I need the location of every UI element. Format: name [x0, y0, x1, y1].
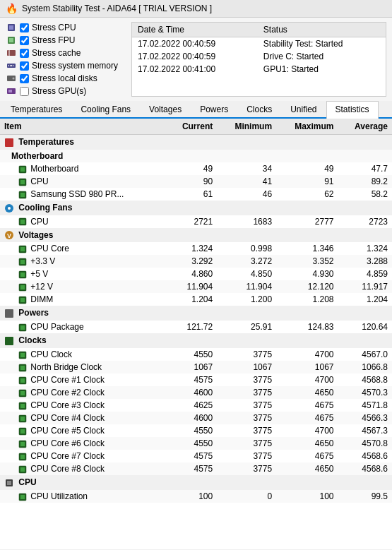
tabs-bar: TemperaturesCooling FansVoltagesPowersCl… [0, 101, 392, 119]
checkbox-label-stressMem: Stress system memory [32, 61, 118, 71]
table-row: CPU 2721 1683 2777 2723 [0, 215, 392, 228]
tab-coolingFans[interactable]: Cooling Fans [71, 101, 140, 117]
item-icon [18, 165, 27, 174]
item-maximum: 4700 [276, 348, 338, 361]
checkbox-stressGPU[interactable] [20, 87, 29, 96]
info-datetime: 17.02.2022 00:40:59 [132, 37, 258, 51]
item-label: +12 V [0, 280, 166, 293]
table-row: +5 V 4.860 4.850 4.930 4.859 [0, 268, 392, 280]
item-label: CPU Core #1 Clock [0, 373, 166, 386]
svg-rect-47 [20, 378, 25, 383]
svg-rect-1 [9, 25, 13, 30]
checkbox-item-stressFPU[interactable]: Stress FPU [6, 35, 126, 46]
tab-powers[interactable]: Powers [191, 101, 237, 117]
item-average: 1.324 [338, 242, 392, 255]
checkbox-item-stressCache[interactable]: Stress cache [6, 47, 126, 59]
col-average: Average [338, 119, 392, 135]
item-icon [18, 465, 27, 474]
item-label: North Bridge Clock [0, 361, 166, 373]
col-item: Item [0, 119, 166, 135]
info-row: 17.02.2022 00:40:59 Stability Test: Star… [132, 37, 386, 51]
item-maximum: 91 [276, 175, 338, 188]
checkbox-item-stressGPU[interactable]: Stress GPU(s) [6, 85, 126, 97]
col-minimum: Minimum [217, 119, 276, 135]
info-row: 17.02.2022 00:41:00 GPU1: Started [132, 63, 386, 76]
checkbox-item-stressLocal[interactable]: Stress local disks [6, 73, 126, 84]
col-current: Current [166, 119, 217, 135]
item-maximum: 4675 [276, 450, 338, 462]
tab-voltages[interactable]: Voltages [140, 101, 191, 117]
item-maximum: 4675 [276, 399, 338, 412]
item-label: CPU Core #8 Clock [0, 462, 166, 475]
group-label: CPU [0, 475, 392, 490]
main-content: Stress CPU Stress FPU Stress cache Stres… [0, 18, 392, 549]
table-subheader-row: Motherboard [0, 150, 392, 162]
item-maximum: 4.930 [276, 268, 338, 280]
table-row: CPU Core #1 Clock 4575 3775 4700 4568.8 [0, 373, 392, 386]
svg-rect-35 [20, 285, 25, 289]
item-current: 1067 [166, 361, 217, 373]
item-current: 49 [166, 162, 217, 175]
info-status: GPU1: Started [258, 63, 386, 76]
checkbox-item-stressCPU[interactable]: Stress CPU [6, 22, 126, 33]
item-minimum: 3775 [217, 437, 276, 450]
tab-temperatures[interactable]: Temperatures [1, 101, 71, 117]
data-table-wrapper[interactable]: Item Current Minimum Maximum Average Tem… [0, 119, 392, 549]
item-minimum: 34 [217, 162, 276, 175]
group-name: Powers [18, 308, 49, 318]
item-icon [18, 191, 27, 199]
svg-rect-59 [20, 455, 25, 459]
item-icon [18, 351, 27, 359]
item-icon [18, 270, 27, 279]
item-name: CPU Core #3 Clock [30, 400, 105, 410]
item-current: 61 [166, 188, 217, 201]
svg-rect-9 [11, 65, 12, 66]
checkbox-stressCPU[interactable] [20, 23, 29, 32]
item-icon [18, 178, 27, 186]
info-row: 17.02.2022 00:40:59 Drive C: Started [132, 50, 386, 63]
item-name: Motherboard [30, 164, 78, 174]
group-label: V Voltages [0, 228, 392, 243]
table-row: CPU Core 1.324 0.998 1.346 1.324 [0, 242, 392, 255]
item-name: +5 V [30, 269, 48, 279]
item-average: 4567.3 [338, 424, 392, 437]
table-row: CPU Core #7 Clock 4575 3775 4675 4568.6 [0, 450, 392, 462]
checkbox-stressLocal[interactable] [20, 74, 29, 83]
item-current: 4600 [166, 386, 217, 399]
svg-point-23 [8, 207, 11, 210]
item-name: CPU Core #2 Clock [30, 388, 105, 397]
item-minimum: 3775 [217, 386, 276, 399]
tab-unified[interactable]: Unified [281, 101, 326, 117]
item-icon [18, 323, 27, 332]
checkbox-item-stressMem[interactable]: Stress system memory [6, 60, 126, 71]
group-name: CPU [18, 477, 36, 487]
item-label: CPU Core [0, 242, 166, 255]
table-row: CPU Core #5 Clock 4550 3775 4700 4567.3 [0, 424, 392, 437]
mem-icon [6, 60, 17, 71]
checkbox-stressMem[interactable] [20, 61, 29, 71]
item-label: CPU Core #7 Clock [0, 450, 166, 462]
info-datetime: 17.02.2022 00:41:00 [132, 63, 258, 76]
checkbox-stressCache[interactable] [20, 49, 29, 58]
svg-rect-41 [5, 337, 13, 345]
svg-rect-25 [20, 220, 25, 224]
item-minimum: 3775 [217, 412, 276, 424]
checkbox-stressFPU[interactable] [20, 36, 29, 45]
group-name: Clocks [18, 335, 46, 345]
item-average: 4568.6 [338, 450, 392, 462]
item-average: 3.288 [338, 255, 392, 268]
item-minimum: 3775 [217, 424, 276, 437]
item-current: 4550 [166, 437, 217, 450]
item-name: Samsung SSD 980 PR... [30, 189, 124, 199]
item-icon [18, 493, 27, 501]
item-label: CPU Clock [0, 348, 166, 361]
item-name: DIMM [30, 294, 53, 304]
table-row: Samsung SSD 980 PR... 61 46 62 58.2 [0, 188, 392, 201]
table-group-row: Cooling Fans [0, 201, 392, 215]
item-icon [18, 376, 27, 385]
svg-rect-65 [20, 495, 25, 499]
fan-group-icon [4, 203, 14, 213]
tab-statistics[interactable]: Statistics [326, 101, 379, 119]
tab-clocks[interactable]: Clocks [237, 101, 281, 117]
checkbox-label-stressLocal: Stress local disks [32, 73, 97, 83]
